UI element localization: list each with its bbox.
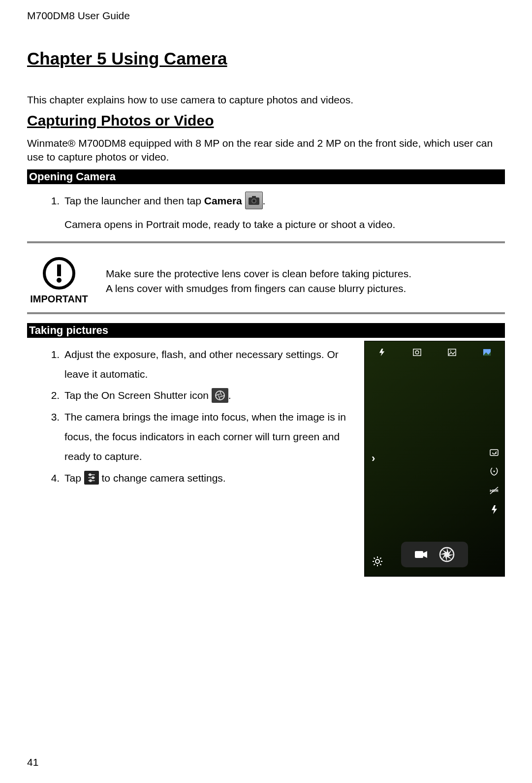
divider xyxy=(27,314,505,314)
two-column: Adjust the exposure, flash, and other ne… xyxy=(27,338,505,577)
list-item: Tap the launcher and then tap Camera . C… xyxy=(63,191,505,234)
svg-point-18 xyxy=(450,350,451,351)
step-text: . xyxy=(228,390,231,401)
svg-point-26 xyxy=(376,559,379,563)
steps-column: Adjust the exposure, flash, and other ne… xyxy=(27,338,352,495)
important-line1: Make sure the protective lens cover is c… xyxy=(106,266,411,281)
step-text: Tap the launcher and then tap xyxy=(64,195,204,206)
svg-point-16 xyxy=(415,351,419,354)
switch-camera-icon[interactable] xyxy=(489,447,500,457)
phone-side-icons: HDR xyxy=(489,447,500,515)
step-text: . xyxy=(263,195,266,206)
video-icon[interactable] xyxy=(414,549,429,560)
svg-point-3 xyxy=(252,199,255,202)
settings-icon xyxy=(84,471,99,485)
list-item: The camera brings the image into focus, … xyxy=(63,407,352,466)
gear-icon[interactable] xyxy=(372,555,383,569)
svg-point-12 xyxy=(92,477,94,479)
divider xyxy=(27,243,505,243)
list-item: Tap to change camera settings. xyxy=(63,468,352,488)
step-text-bold: Camera xyxy=(204,195,245,206)
scene-icon[interactable] xyxy=(447,348,457,357)
svg-line-33 xyxy=(374,564,375,565)
chapter-intro: This chapter explains how to use camera … xyxy=(27,93,505,106)
flash-icon[interactable] xyxy=(489,504,500,515)
expand-arrow-icon[interactable]: › xyxy=(372,452,375,465)
important-icon xyxy=(42,257,76,293)
svg-rect-1 xyxy=(252,196,256,198)
svg-point-6 xyxy=(57,278,62,283)
document-page: M700DM8 User Guide Chapter 5 Using Camer… xyxy=(0,0,532,783)
phone-screenshot: › HDR xyxy=(364,341,505,577)
section-title: Capturing Photos or Video xyxy=(27,112,505,129)
svg-point-11 xyxy=(89,474,91,476)
svg-line-31 xyxy=(374,557,375,558)
document-header: M700DM8 User Guide xyxy=(27,10,505,22)
subsection-taking-pictures: Taking pictures xyxy=(27,323,505,338)
section-intro: Winmate® M700DM8 equipped with 8 MP on t… xyxy=(27,136,505,163)
chapter-title: Chapter 5 Using Camera xyxy=(27,49,505,68)
hdr-icon[interactable]: HDR xyxy=(489,485,500,496)
step-text: to change camera settings. xyxy=(99,472,226,484)
list-item: Adjust the exposure, flash, and other ne… xyxy=(63,345,352,384)
svg-marker-25 xyxy=(492,505,497,514)
svg-rect-35 xyxy=(415,551,423,558)
important-label: IMPORTANT xyxy=(27,294,91,305)
subsection-opening-camera: Opening Camera xyxy=(27,169,505,184)
shutter-icon[interactable] xyxy=(438,546,455,563)
taking-pictures-steps: Adjust the exposure, flash, and other ne… xyxy=(27,345,352,488)
gallery-icon[interactable] xyxy=(482,348,492,357)
svg-marker-14 xyxy=(379,349,384,356)
svg-rect-15 xyxy=(413,349,421,356)
svg-marker-36 xyxy=(423,551,427,558)
svg-line-34 xyxy=(380,557,381,558)
important-block: IMPORTANT Make sure the protective lens … xyxy=(27,250,505,310)
timer-icon[interactable] xyxy=(489,466,500,477)
step-after: Camera opens in Portrait mode, ready to … xyxy=(64,215,505,234)
page-number: 41 xyxy=(27,756,38,768)
important-line2: A lens cover with smudges from fingers c… xyxy=(106,281,411,295)
camera-icon xyxy=(245,192,263,209)
shutter-icon xyxy=(212,388,228,403)
svg-point-13 xyxy=(90,480,92,482)
svg-point-22 xyxy=(494,471,495,472)
face-detect-icon[interactable] xyxy=(412,348,422,357)
flash-icon[interactable] xyxy=(377,348,387,357)
step-text: Tap xyxy=(64,472,84,484)
list-item: Tap the On Screen Shutter icon . xyxy=(63,386,352,405)
important-left: IMPORTANT xyxy=(27,258,91,305)
svg-rect-5 xyxy=(57,264,61,276)
important-text: Make sure the protective lens cover is c… xyxy=(106,266,411,295)
svg-line-32 xyxy=(380,564,381,565)
svg-rect-21 xyxy=(490,450,498,456)
phone-topbar xyxy=(365,348,504,357)
phone-shutter-controls xyxy=(401,542,468,567)
opening-camera-steps: Tap the launcher and then tap Camera . C… xyxy=(27,191,505,234)
step-text: Tap the On Screen Shutter icon xyxy=(64,390,212,401)
svg-point-7 xyxy=(216,391,224,400)
